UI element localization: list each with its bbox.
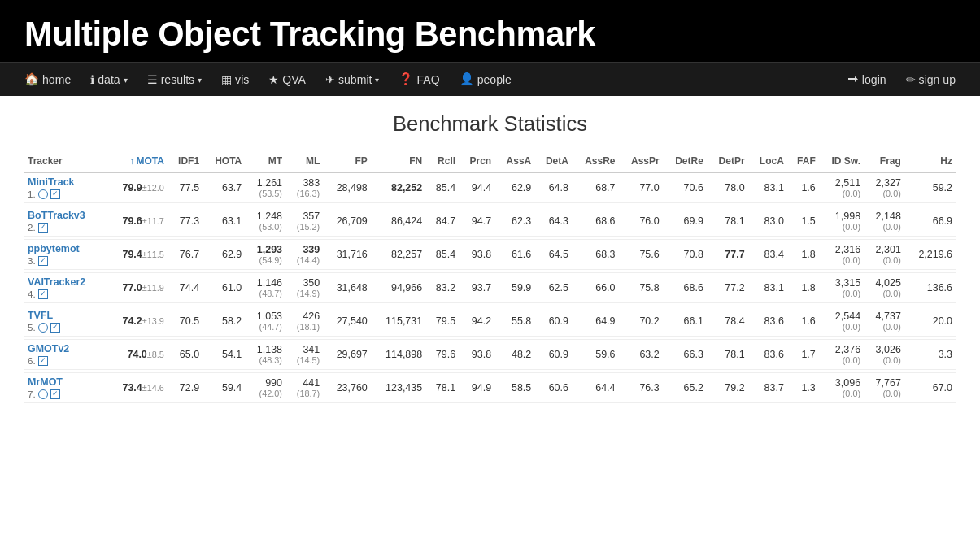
col-assre[interactable]: AssRe — [572, 150, 619, 172]
col-mt[interactable]: MT — [245, 150, 285, 172]
detre-cell: 69.9 — [663, 206, 707, 237]
assre-cell: 64.4 — [572, 373, 619, 403]
rank-cell: 1. — [28, 189, 102, 199]
tracker-link[interactable]: ppbytemot — [28, 243, 102, 254]
idsw-cell: 1,998(0.0) — [819, 206, 864, 237]
banner: Multiple Object Tracking Benchmark — [0, 0, 980, 62]
mt-cell: 1,053(44.7) — [245, 306, 285, 337]
nav-qva-label: QVA — [282, 73, 306, 86]
circle-icon — [38, 323, 48, 333]
fn-cell: 114,898 — [371, 340, 425, 370]
loca-cell: 83.0 — [748, 206, 787, 237]
circle-icon — [38, 389, 48, 399]
nav-vis[interactable]: ▦ vis — [213, 67, 257, 93]
fp-cell: 31,648 — [323, 273, 371, 303]
faf-cell: 1.6 — [787, 306, 819, 337]
col-fp[interactable]: FP — [323, 150, 371, 172]
submit-icon: ✈ — [325, 73, 335, 86]
tracker-link[interactable]: MiniTrack — [28, 176, 102, 188]
col-mota[interactable]: ↑MOTA — [106, 150, 167, 172]
col-deta[interactable]: DetA — [534, 150, 572, 172]
col-loca[interactable]: LocA — [748, 150, 787, 172]
nav-faq[interactable]: ❓ FAQ — [390, 66, 447, 93]
detre-cell: 66.1 — [663, 306, 707, 337]
nav-submit[interactable]: ✈ submit ▾ — [317, 67, 387, 93]
tracker-cell: GMOTv2 6. — [24, 340, 106, 370]
tracker-link[interactable]: GMOTv2 — [28, 343, 102, 354]
assre-cell: 66.0 — [572, 273, 619, 303]
loca-cell: 83.1 — [748, 172, 787, 203]
nav-vis-label: vis — [235, 73, 249, 86]
nav-data-label: data — [98, 73, 120, 86]
fp-cell: 27,540 — [323, 306, 371, 337]
col-tracker[interactable]: Tracker — [24, 150, 106, 172]
fn-cell: 82,257 — [371, 240, 425, 270]
mota-cell: 79.9±12.0 — [106, 172, 167, 203]
qva-icon: ★ — [268, 73, 279, 86]
detpr-cell: 77.2 — [707, 273, 748, 303]
table-row: ppbytemot 3. 79.4±11.576.762.91,293(54.9… — [24, 240, 956, 270]
nav-people[interactable]: 👤 people — [451, 66, 520, 93]
detre-cell: 68.6 — [663, 273, 707, 303]
tracker-link[interactable]: TVFL — [28, 310, 102, 321]
col-prcn[interactable]: Prcn — [459, 150, 494, 172]
faf-cell: 1.5 — [787, 206, 819, 237]
assre-cell: 59.6 — [572, 340, 619, 370]
tracker-link[interactable]: MrMOT — [28, 376, 102, 388]
nav-home[interactable]: 🏠 home — [16, 66, 79, 93]
col-ml[interactable]: ML — [285, 150, 323, 172]
col-hota[interactable]: HOTA — [203, 150, 245, 172]
nav-submit-label: submit — [338, 73, 372, 86]
tracker-cell: BoTTrackv3 2. — [24, 206, 106, 237]
tracker-name-container: GMOTv2 6. — [28, 343, 102, 366]
loca-cell: 83.4 — [748, 240, 787, 270]
col-detpr[interactable]: DetPr — [707, 150, 748, 172]
table-row: MiniTrack 1. 79.9±12.077.563.71,261(53.5… — [24, 172, 956, 203]
rcll-cell: 85.4 — [425, 172, 459, 203]
navbar: 🏠 home ℹ data ▾ ☰ results ▾ ▦ vis ★ QVA … — [0, 62, 980, 96]
mota-value: 74.2 — [122, 315, 142, 327]
mota-error: ±14.6 — [142, 383, 164, 393]
col-idf1[interactable]: IDF1 — [168, 150, 203, 172]
hz-cell: 3.3 — [904, 340, 956, 370]
tracker-link[interactable]: BoTTrackv3 — [28, 210, 102, 221]
idf1-cell: 65.0 — [168, 340, 203, 370]
col-asspr[interactable]: AssPr — [619, 150, 663, 172]
col-detre[interactable]: DetRe — [663, 150, 707, 172]
col-rcll[interactable]: Rcll — [425, 150, 459, 172]
detpr-cell: 77.7 — [707, 240, 748, 270]
nav-data[interactable]: ℹ data ▾ — [82, 67, 135, 93]
nav-login[interactable]: ⮕ login — [839, 67, 895, 93]
frag-cell: 2,301(0.0) — [864, 240, 904, 270]
rank-cell: 3. — [28, 256, 102, 266]
col-faf[interactable]: FAF — [787, 150, 819, 172]
col-hz[interactable]: Hz — [904, 150, 956, 172]
rcll-cell: 84.7 — [425, 206, 459, 237]
fp-cell: 23,760 — [323, 373, 371, 403]
loca-cell: 83.7 — [748, 373, 787, 403]
prcn-cell: 94.2 — [459, 306, 494, 337]
tracker-cell: ppbytemot 3. — [24, 240, 106, 270]
login-icon: ⮕ — [847, 73, 859, 86]
prcn-cell: 93.8 — [459, 340, 494, 370]
col-assa[interactable]: AssA — [494, 150, 534, 172]
col-idsw[interactable]: ID Sw. — [819, 150, 864, 172]
nav-qva[interactable]: ★ QVA — [260, 67, 314, 93]
nav-signup[interactable]: ✏ sign up — [898, 67, 964, 93]
nav-signup-label: sign up — [919, 73, 956, 86]
nav-results-label: results — [161, 73, 194, 86]
tracker-link[interactable]: VAITracker2 — [28, 276, 102, 288]
col-fn[interactable]: FN — [371, 150, 425, 172]
deta-cell: 60.9 — [534, 340, 572, 370]
col-frag[interactable]: Frag — [864, 150, 904, 172]
fn-cell: 115,731 — [371, 306, 425, 337]
idf1-cell: 77.3 — [168, 206, 203, 237]
nav-results[interactable]: ☰ results ▾ — [139, 67, 210, 93]
rcll-cell: 79.6 — [425, 340, 459, 370]
fn-cell: 82,252 — [371, 172, 425, 203]
mt-cell: 1,146(48.7) — [245, 273, 285, 303]
ml-cell: 441(18.7) — [285, 373, 323, 403]
ml-cell: 339(14.4) — [285, 240, 323, 270]
fp-cell: 31,716 — [323, 240, 371, 270]
table-row: TVFL 5. 74.2±13.970.558.21,053(44.7)426(… — [24, 306, 956, 337]
